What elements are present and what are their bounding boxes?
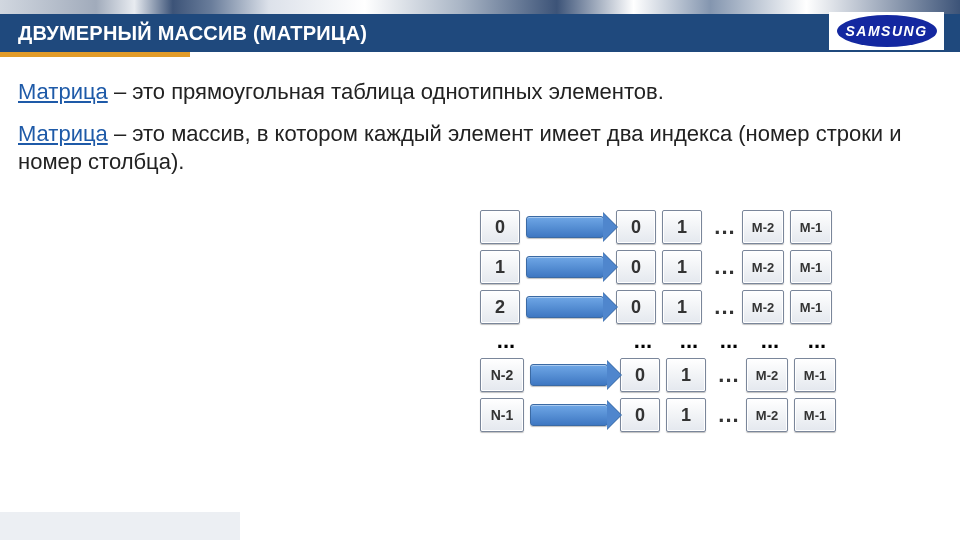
col-cell: 0 bbox=[616, 210, 656, 244]
col-cell: M-1 bbox=[794, 358, 836, 392]
bg-photo-strip bbox=[0, 0, 960, 14]
row-index-cell: 1 bbox=[480, 250, 520, 284]
diagram-ellipsis-row: ... ... ... ... ... ... bbox=[480, 330, 930, 352]
diagram-row: 1 0 1 ... M-2 M-1 bbox=[480, 250, 930, 284]
diagram-row: N-1 0 1 ... M-2 M-1 bbox=[480, 398, 930, 432]
header-bar: ДВУМЕРНЫЙ МАССИВ (МАТРИЦА) bbox=[0, 14, 960, 52]
col-cell: M-2 bbox=[746, 358, 788, 392]
definition-1: Матрица – это прямоугольная таблица одно… bbox=[18, 78, 942, 106]
logo-box: SAMSUNG bbox=[829, 12, 944, 50]
content: Матрица – это прямоугольная таблица одно… bbox=[18, 78, 942, 190]
col-cell: M-2 bbox=[742, 210, 784, 244]
row-index-cell: 2 bbox=[480, 290, 520, 324]
row-index-cell: 0 bbox=[480, 210, 520, 244]
col-cell: M-1 bbox=[790, 250, 832, 284]
diagram-row: N-2 0 1 ... M-2 M-1 bbox=[480, 358, 930, 392]
ellipsis: ... bbox=[666, 328, 712, 354]
ellipsis: ... bbox=[480, 328, 532, 354]
ellipsis: ... bbox=[709, 214, 741, 240]
header-accent bbox=[0, 52, 190, 57]
matrix-diagram: 0 0 1 ... M-2 M-1 1 0 1 ... M-2 M-1 2 0 … bbox=[480, 210, 930, 438]
col-cell: M-2 bbox=[742, 250, 784, 284]
ellipsis: ... bbox=[709, 254, 741, 280]
definition-1-term: Матрица bbox=[18, 79, 108, 104]
definition-1-text: – это прямоугольная таблица однотипных э… bbox=[108, 79, 664, 104]
ellipsis: ... bbox=[794, 328, 840, 354]
ellipsis: ... bbox=[713, 402, 745, 428]
col-cell: M-2 bbox=[742, 290, 784, 324]
definition-2: Матрица – это массив, в котором каждый э… bbox=[18, 120, 942, 176]
col-cell: M-1 bbox=[794, 398, 836, 432]
ellipsis: ... bbox=[712, 328, 746, 354]
arrow-icon bbox=[526, 296, 604, 318]
page-title: ДВУМЕРНЫЙ МАССИВ (МАТРИЦА) bbox=[18, 22, 367, 45]
col-cell: M-2 bbox=[746, 398, 788, 432]
arrow-icon bbox=[530, 364, 608, 386]
col-cell: M-1 bbox=[790, 290, 832, 324]
definition-2-term: Матрица bbox=[18, 121, 108, 146]
ellipsis: ... bbox=[620, 328, 666, 354]
arrow-icon bbox=[526, 256, 604, 278]
diagram-row: 0 0 1 ... M-2 M-1 bbox=[480, 210, 930, 244]
col-cell: 1 bbox=[666, 358, 706, 392]
col-cell: 1 bbox=[662, 290, 702, 324]
col-cell: M-1 bbox=[790, 210, 832, 244]
col-cell: 0 bbox=[620, 398, 660, 432]
col-cell: 1 bbox=[666, 398, 706, 432]
footer-accent-box bbox=[0, 512, 240, 540]
row-index-cell: N-2 bbox=[480, 358, 524, 392]
row-index-cell: N-1 bbox=[480, 398, 524, 432]
col-cell: 0 bbox=[616, 250, 656, 284]
col-cell: 1 bbox=[662, 210, 702, 244]
col-cell: 1 bbox=[662, 250, 702, 284]
arrow-icon bbox=[526, 216, 604, 238]
definition-2-text: – это массив, в котором каждый элемент и… bbox=[18, 121, 902, 174]
ellipsis: ... bbox=[746, 328, 794, 354]
samsung-logo: SAMSUNG bbox=[837, 15, 937, 47]
ellipsis: ... bbox=[709, 294, 741, 320]
diagram-row: 2 0 1 ... M-2 M-1 bbox=[480, 290, 930, 324]
col-cell: 0 bbox=[616, 290, 656, 324]
ellipsis: ... bbox=[713, 362, 745, 388]
arrow-icon bbox=[530, 404, 608, 426]
col-cell: 0 bbox=[620, 358, 660, 392]
